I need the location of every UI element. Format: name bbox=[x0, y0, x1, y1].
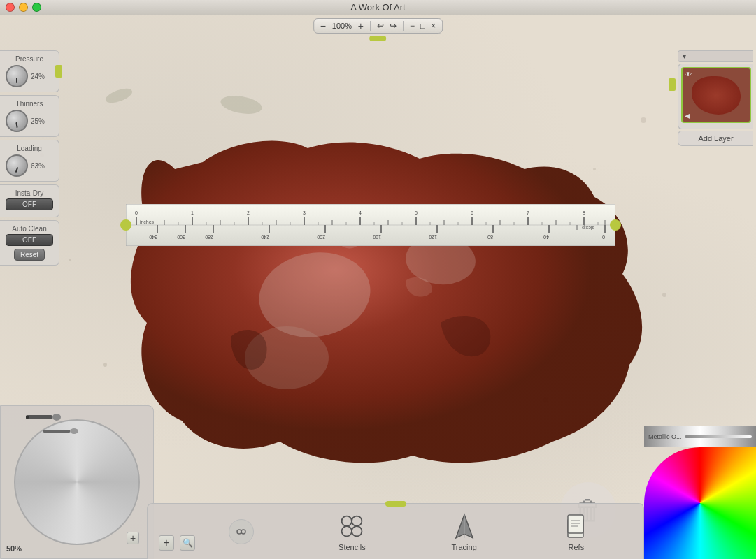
window-controls[interactable] bbox=[6, 3, 41, 12]
layer-thumbnail[interactable]: 👁 ◀ bbox=[681, 67, 751, 123]
insta-dry-label-container: Insta-Dry OFF bbox=[6, 189, 53, 210]
loading-label: Loading bbox=[6, 145, 53, 152]
auto-clean-label: Auto Clean bbox=[6, 225, 53, 233]
reset-button[interactable]: Reset bbox=[14, 249, 45, 261]
svg-point-91 bbox=[352, 526, 362, 536]
layer-panel: 👁 ◀ bbox=[678, 64, 753, 129]
svg-text:300: 300 bbox=[177, 235, 185, 240]
svg-text:4: 4 bbox=[359, 210, 362, 215]
loading-knob[interactable] bbox=[6, 154, 28, 177]
pressure-control: Pressure 24% bbox=[0, 50, 59, 92]
left-panel: Pressure 24% Thinners 25% Loading bbox=[0, 50, 59, 268]
svg-text:slexip: slexip bbox=[582, 225, 594, 231]
toolbar-circle-icon bbox=[234, 525, 248, 539]
right-panel-handle[interactable] bbox=[669, 78, 676, 91]
zoom-handle[interactable] bbox=[370, 36, 387, 41]
toolbar-add-button[interactable]: + bbox=[159, 535, 174, 551]
minimize-button[interactable] bbox=[19, 3, 28, 12]
ruler[interactable]: 0 1 2 3 bbox=[126, 204, 615, 246]
metallic-slider[interactable] bbox=[685, 435, 752, 438]
layer-arrow-icon[interactable]: ◀ bbox=[685, 112, 690, 119]
loading-knob-indicator bbox=[15, 167, 19, 173]
zoom-toolbar: − 100% + ↩ ↪ − □ × bbox=[313, 18, 443, 34]
color-picker[interactable]: Metallic O... bbox=[644, 419, 756, 559]
svg-text:2: 2 bbox=[247, 210, 250, 215]
auto-clean-toggle[interactable]: OFF bbox=[6, 234, 53, 246]
undo-button[interactable]: ↩ bbox=[375, 21, 386, 31]
svg-text:6: 6 bbox=[471, 210, 473, 215]
maximize-button[interactable] bbox=[32, 3, 41, 12]
thinners-knob[interactable] bbox=[6, 110, 28, 132]
tracing-icon bbox=[450, 512, 478, 540]
svg-rect-95 bbox=[568, 515, 583, 533]
svg-point-86 bbox=[237, 530, 241, 534]
svg-text:240: 240 bbox=[261, 235, 269, 240]
svg-rect-84 bbox=[43, 430, 70, 433]
zoom-out-button[interactable]: − bbox=[318, 21, 328, 31]
svg-point-87 bbox=[241, 530, 245, 534]
insta-dry-control: Insta-Dry OFF bbox=[0, 184, 59, 217]
toolbar-item-stencils[interactable]: Stencils bbox=[338, 512, 366, 551]
svg-point-5 bbox=[69, 259, 71, 261]
color-wheel[interactable] bbox=[644, 447, 756, 559]
svg-text:120: 120 bbox=[429, 235, 437, 240]
insta-dry-label: Insta-Dry bbox=[6, 189, 53, 197]
toolbar-item-tracing[interactable]: Tracing bbox=[450, 512, 478, 551]
close-zoom-button[interactable]: × bbox=[429, 21, 438, 31]
ruler-ticks: 0 1 2 3 bbox=[126, 204, 615, 246]
restore-button[interactable]: □ bbox=[418, 21, 427, 31]
redo-button[interactable]: ↪ bbox=[387, 21, 399, 31]
layer-dropdown-arrow: ▾ bbox=[683, 52, 686, 60]
svg-rect-83 bbox=[26, 416, 29, 419]
svg-text:280: 280 bbox=[205, 235, 213, 240]
toolbar-handle[interactable] bbox=[385, 501, 406, 507]
brush-size-display: 50% bbox=[6, 544, 22, 553]
brush-wheel[interactable] bbox=[14, 419, 140, 545]
insta-dry-toggle[interactable]: OFF bbox=[6, 198, 53, 210]
refs-icon bbox=[562, 512, 590, 540]
pressure-label: Pressure bbox=[6, 55, 53, 63]
svg-text:0: 0 bbox=[135, 210, 138, 215]
pressure-panel-handle[interactable] bbox=[55, 65, 62, 78]
zoom-separator bbox=[370, 21, 371, 31]
brush-panel: 50% + bbox=[0, 405, 154, 559]
svg-point-85 bbox=[70, 428, 78, 434]
toolbar-search-button[interactable]: 🔍 bbox=[180, 535, 195, 551]
svg-text:3: 3 bbox=[303, 210, 306, 215]
toolbar-circle-button[interactable] bbox=[229, 519, 254, 544]
collapse-button[interactable]: − bbox=[408, 21, 417, 31]
toolbar-item-refs[interactable]: Refs bbox=[562, 512, 590, 551]
thinners-knob-indicator bbox=[15, 122, 17, 128]
thinners-control: Thinners 25% bbox=[0, 95, 59, 137]
canvas-area[interactable]: 0 1 2 3 bbox=[0, 15, 756, 559]
svg-rect-81 bbox=[26, 415, 52, 419]
svg-text:340: 340 bbox=[149, 235, 157, 240]
eye-icon[interactable]: 👁 bbox=[685, 71, 692, 78]
layer-dropdown[interactable]: ▾ bbox=[678, 50, 753, 62]
svg-text:7: 7 bbox=[527, 210, 529, 215]
layer-panel-container: ▾ 👁 ◀ Add Layer bbox=[672, 50, 756, 146]
metallic-strip: Metallic O... bbox=[644, 426, 756, 447]
zoom-separator-2 bbox=[403, 21, 404, 31]
stencils-icon bbox=[338, 512, 366, 540]
svg-text:40: 40 bbox=[543, 235, 549, 240]
zoom-in-button[interactable]: + bbox=[356, 21, 366, 31]
brush-tool-icon-2 bbox=[43, 424, 78, 438]
loading-control: Loading 63% bbox=[0, 140, 59, 182]
metallic-label: Metallic O... bbox=[648, 433, 682, 440]
window-title: A Work Of Art bbox=[350, 2, 406, 13]
close-button[interactable] bbox=[6, 3, 15, 12]
main-painting[interactable] bbox=[91, 57, 664, 511]
thinners-label: Thinners bbox=[6, 100, 53, 108]
pressure-knob[interactable] bbox=[6, 65, 28, 87]
stencils-label: Stencils bbox=[338, 543, 366, 551]
thinners-value: 25% bbox=[31, 117, 45, 125]
auto-clean-control: Auto Clean OFF Reset bbox=[0, 220, 59, 266]
ruler-handle-left[interactable] bbox=[120, 219, 131, 231]
loading-value: 63% bbox=[31, 162, 45, 170]
brush-plus-button[interactable]: + bbox=[127, 532, 139, 544]
add-layer-button[interactable]: Add Layer bbox=[678, 131, 753, 146]
ruler-handle-right[interactable] bbox=[610, 219, 621, 231]
loading-knob-container: 63% bbox=[6, 154, 53, 177]
bottom-toolbar: + 🔍 Stencils bbox=[147, 503, 644, 559]
